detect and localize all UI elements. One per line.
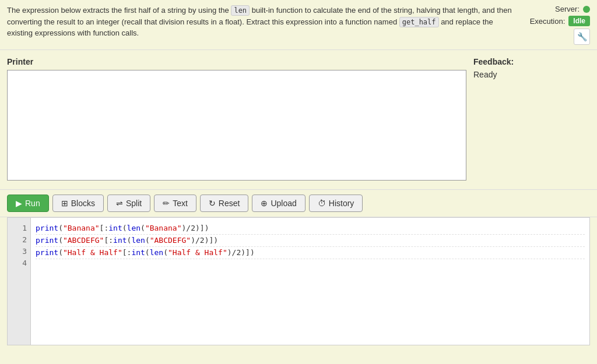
execution-row: Execution: Idle bbox=[530, 16, 590, 26]
blocks-button[interactable]: ⊞ Blocks bbox=[52, 195, 104, 212]
len-2: len bbox=[131, 236, 145, 245]
int-1: int bbox=[108, 224, 122, 232]
toolbar: ▶ Run ⊞ Blocks ⇌ Split ✏ Text ↻ Reset ⊕ … bbox=[0, 189, 597, 217]
text-icon: ✏ bbox=[163, 199, 170, 208]
server-row: Server: bbox=[555, 5, 590, 13]
reset-button[interactable]: ↻ Reset bbox=[200, 195, 249, 212]
int-3: int bbox=[131, 248, 145, 257]
blocks-label: Blocks bbox=[71, 199, 95, 208]
len-code: len bbox=[231, 5, 250, 16]
str-half-2: "Half & Half" bbox=[168, 248, 227, 257]
execution-label: Execution: bbox=[530, 17, 566, 26]
upload-label: Upload bbox=[271, 199, 296, 208]
print-2: print bbox=[36, 236, 58, 245]
top-bar: The expression below extracts the first … bbox=[0, 0, 597, 50]
feedback-label: Feedback: bbox=[473, 57, 590, 66]
line-numbers: 1 2 3 4 bbox=[8, 218, 31, 345]
code-line-2: print("ABCDEFG"[:int(len("ABCDEFG")/2)]) bbox=[36, 235, 585, 247]
code-editor[interactable]: 1 2 3 4 print("Banana"[:int(len("Banana"… bbox=[7, 217, 590, 345]
text-label: Text bbox=[173, 199, 188, 208]
blocks-icon: ⊞ bbox=[61, 199, 68, 208]
description: The expression below extracts the first … bbox=[7, 5, 520, 39]
line-num-3: 3 bbox=[11, 246, 27, 257]
len-3: len bbox=[150, 248, 163, 257]
text-button[interactable]: ✏ Text bbox=[154, 195, 196, 212]
feedback-status: Ready bbox=[473, 70, 590, 79]
line-num-4: 4 bbox=[11, 257, 27, 269]
print-1: print bbox=[36, 224, 58, 232]
run-label: Run bbox=[25, 199, 40, 208]
feedback-section: Feedback: Ready bbox=[473, 57, 590, 182]
printer-textarea[interactable] bbox=[7, 70, 466, 181]
split-button[interactable]: ⇌ Split bbox=[107, 195, 150, 212]
split-icon: ⇌ bbox=[116, 199, 123, 208]
code-line-1: print("Banana"[:int(len("Banana")/2)]) bbox=[36, 222, 585, 235]
line-num-2: 2 bbox=[11, 234, 27, 246]
str-banana-2: "Banana" bbox=[145, 224, 182, 232]
reset-icon: ↻ bbox=[209, 199, 216, 208]
run-button[interactable]: ▶ Run bbox=[7, 195, 49, 212]
code-lines[interactable]: print("Banana"[:int(len("Banana")/2)]) p… bbox=[31, 218, 589, 345]
line-num-1: 1 bbox=[11, 222, 27, 234]
run-icon: ▶ bbox=[16, 199, 22, 208]
history-label: History bbox=[329, 199, 354, 208]
idle-badge: Idle bbox=[568, 16, 590, 26]
code-line-3: print("Half & Half"[:int(len("Half & Hal… bbox=[36, 247, 585, 259]
upload-button[interactable]: ⊕ Upload bbox=[252, 195, 305, 212]
server-dot-icon bbox=[583, 6, 590, 13]
page-wrapper: The expression below extracts the first … bbox=[0, 0, 597, 364]
str-half: "Half & Half" bbox=[63, 248, 122, 257]
printer-label: Printer bbox=[7, 57, 466, 66]
code-area: 1 2 3 4 print("Banana"[:int(len("Banana"… bbox=[0, 217, 597, 352]
str-abcdefg: "ABCDEFG" bbox=[63, 236, 104, 245]
split-label: Split bbox=[126, 199, 142, 208]
server-status: Server: Execution: Idle 🔧 bbox=[520, 5, 590, 45]
history-button[interactable]: ⏱ History bbox=[309, 195, 363, 212]
upload-icon: ⊕ bbox=[261, 199, 268, 208]
code-line-4 bbox=[36, 259, 585, 271]
history-icon: ⏱ bbox=[318, 199, 326, 208]
print-3: print bbox=[36, 248, 58, 257]
printer-section: Printer bbox=[7, 57, 466, 182]
reset-label: Reset bbox=[219, 199, 240, 208]
description-text: The expression below extracts the first … bbox=[7, 6, 512, 37]
int-2: int bbox=[113, 236, 127, 245]
str-abcdefg-2: "ABCDEFG" bbox=[150, 236, 191, 245]
get-half-code: get_half bbox=[399, 17, 439, 27]
server-label: Server: bbox=[555, 5, 580, 13]
len-1: len bbox=[127, 224, 141, 232]
str-banana: "Banana" bbox=[63, 224, 100, 232]
wrench-button[interactable]: 🔧 bbox=[574, 29, 590, 45]
main-area: Printer Feedback: Ready bbox=[0, 50, 597, 189]
